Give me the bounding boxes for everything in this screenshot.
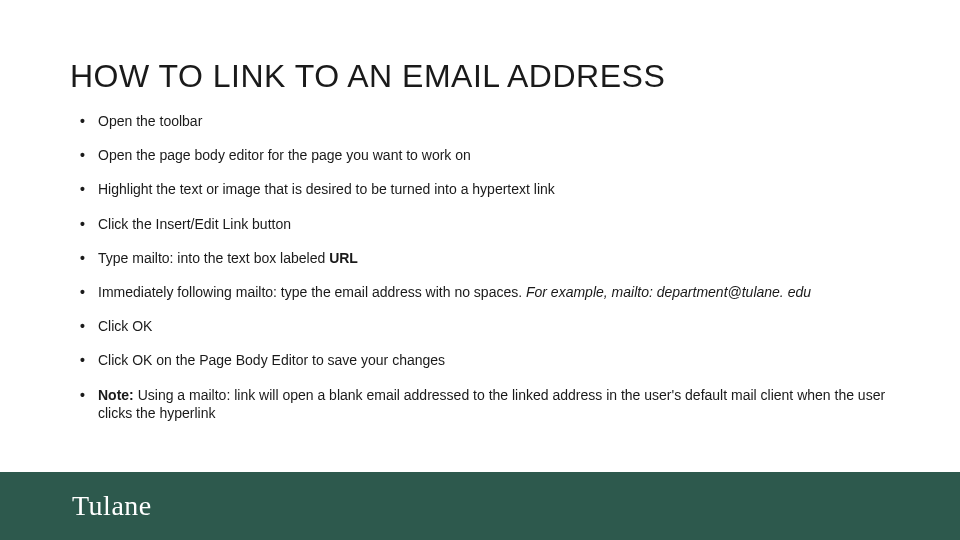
slide: HOW TO LINK TO AN EMAIL ADDRESS Open the…: [0, 0, 960, 540]
page-title: HOW TO LINK TO AN EMAIL ADDRESS: [70, 58, 665, 95]
list-item-bold: Note:: [98, 387, 138, 403]
list-item: Open the toolbar: [70, 112, 900, 130]
bullet-list: Open the toolbar Open the page body edit…: [70, 112, 900, 422]
list-item: Click OK on the Page Body Editor to save…: [70, 351, 900, 369]
list-item: Open the page body editor for the page y…: [70, 146, 900, 164]
list-item-text: Type mailto: into the text box labeled: [98, 250, 329, 266]
list-item-text: Open the page body editor for the page y…: [98, 147, 471, 163]
list-item: Note: Using a mailto: link will open a b…: [70, 386, 900, 422]
list-item: Highlight the text or image that is desi…: [70, 180, 900, 198]
list-item-text: Click OK: [98, 318, 152, 334]
list-item: Click the Insert/Edit Link button: [70, 215, 900, 233]
list-item-text: Click OK on the Page Body Editor to save…: [98, 352, 445, 368]
list-item-text: Highlight the text or image that is desi…: [98, 181, 555, 197]
list-item-text: Using a mailto: link will open a blank e…: [98, 387, 885, 421]
list-item: Immediately following mailto: type the e…: [70, 283, 900, 301]
footer-bar: Tulane: [0, 472, 960, 540]
brand-logo-text: Tulane: [72, 490, 152, 522]
list-item-bold: URL: [329, 250, 358, 266]
list-item-text: Click the Insert/Edit Link button: [98, 216, 291, 232]
list-item-text: Open the toolbar: [98, 113, 202, 129]
brand-logo: Tulane: [72, 490, 152, 522]
list-item: Type mailto: into the text box labeled U…: [70, 249, 900, 267]
list-item-text: Immediately following mailto: type the e…: [98, 284, 526, 300]
content-area: Open the toolbar Open the page body edit…: [70, 112, 900, 438]
list-item-italic: For example, mailto: department@tulane. …: [526, 284, 811, 300]
list-item: Click OK: [70, 317, 900, 335]
